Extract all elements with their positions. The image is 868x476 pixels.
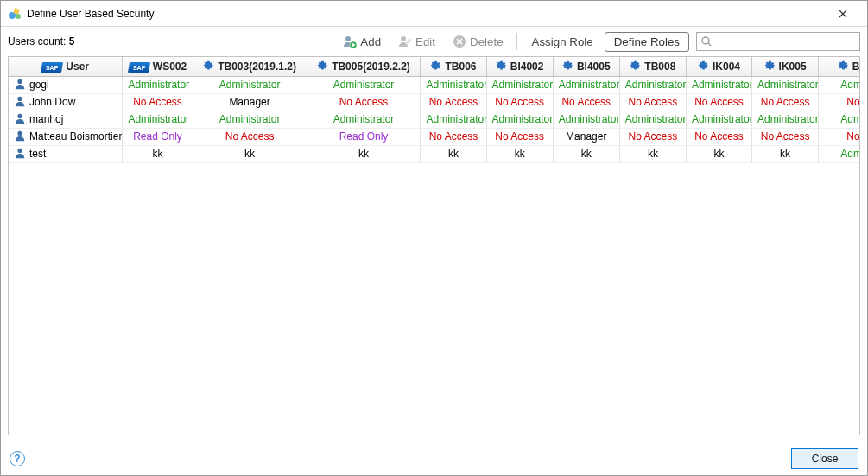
user-name: John Dow (29, 96, 75, 108)
role-cell[interactable]: Administrator (819, 76, 859, 93)
role-cell[interactable]: No Access (486, 93, 553, 111)
role-cell[interactable]: Administrator (193, 76, 307, 93)
role-cell[interactable]: Read Only (307, 128, 421, 145)
user-cell[interactable]: Matteau Boismortier (9, 128, 123, 145)
add-button[interactable]: Add (335, 31, 389, 52)
role-cell[interactable]: Administrator (686, 76, 751, 93)
role-cell[interactable]: kk (193, 145, 307, 162)
close-button[interactable]: Close (791, 448, 858, 469)
role-cell[interactable]: Administrator (752, 76, 819, 93)
column-header-bi4004a[interactable]: BI4004A01 (819, 57, 859, 76)
column-header-label: TB006 (445, 60, 476, 73)
role-cell[interactable]: Administrator (421, 111, 486, 128)
user-cell[interactable]: gogi (9, 76, 123, 93)
edit-button[interactable]: Edit (390, 31, 443, 52)
svg-point-10 (17, 113, 22, 117)
role-cell[interactable]: Administrator (553, 111, 619, 128)
role-cell[interactable]: Administrator (819, 145, 859, 162)
role-cell[interactable]: Read Only (123, 128, 193, 145)
role-cell[interactable]: kk (553, 145, 619, 162)
role-cell[interactable]: kk (307, 145, 421, 162)
column-header-ik005[interactable]: IK005 (752, 57, 819, 76)
gear-icon (430, 60, 441, 73)
role-cell[interactable]: No Access (553, 93, 619, 111)
help-button[interactable]: ? (10, 451, 25, 466)
role-cell[interactable]: Administrator (486, 111, 553, 128)
role-cell[interactable]: Administrator (193, 111, 307, 128)
grid-header-row: SAPUserSAPWS002TB003(2019.1.2)TB005(2019… (9, 57, 859, 76)
role-cell[interactable]: Administrator (123, 111, 193, 128)
role-cell[interactable]: No Access (619, 93, 686, 111)
role-cell[interactable]: kk (686, 145, 751, 162)
delete-button[interactable]: Delete (445, 31, 511, 52)
column-header-label: User (66, 60, 89, 73)
grid-scroll[interactable]: SAPUserSAPWS002TB003(2019.1.2)TB005(2019… (9, 57, 859, 435)
role-cell[interactable]: No Access (421, 128, 486, 145)
svg-point-7 (702, 37, 709, 44)
role-cell[interactable]: Administrator (619, 111, 686, 128)
role-cell[interactable]: No Access (819, 93, 859, 111)
table-row[interactable]: manhojAdministratorAdministratorAdminist… (9, 111, 859, 128)
role-cell[interactable]: No Access (421, 93, 486, 111)
role-cell[interactable]: Manager (193, 93, 307, 111)
column-header-user[interactable]: SAPUser (9, 57, 123, 76)
role-cell[interactable]: kk (123, 145, 193, 162)
role-cell[interactable]: Administrator (619, 76, 686, 93)
assign-role-button[interactable]: Assign Role (523, 32, 603, 52)
column-header-tb003[interactable]: TB003(2019.1.2) (193, 57, 307, 76)
role-cell[interactable]: Administrator (486, 76, 553, 93)
titlebar: Define User Based Security (1, 1, 867, 27)
role-cell[interactable]: No Access (752, 128, 819, 145)
role-cell[interactable]: No Access (193, 128, 307, 145)
add-button-label: Add (360, 35, 381, 48)
user-cell[interactable]: manhoj (9, 111, 123, 128)
column-header-tb006[interactable]: TB006 (421, 57, 486, 76)
gear-icon (562, 60, 573, 73)
column-header-bi4005[interactable]: BI4005 (553, 57, 619, 76)
svg-point-3 (345, 36, 351, 41)
role-cell[interactable]: No Access (819, 128, 859, 145)
role-cell[interactable]: Administrator (421, 76, 486, 93)
table-row[interactable]: Matteau BoismortierRead OnlyNo AccessRea… (9, 128, 859, 145)
role-cell[interactable]: No Access (752, 93, 819, 111)
role-cell[interactable]: Administrator (752, 111, 819, 128)
role-cell[interactable]: kk (486, 145, 553, 162)
column-header-ik004[interactable]: IK004 (686, 57, 751, 76)
role-cell[interactable]: No Access (686, 128, 751, 145)
window-close-button[interactable] (824, 2, 862, 26)
role-cell[interactable]: kk (421, 145, 486, 162)
role-cell[interactable]: Administrator (123, 76, 193, 93)
table-row[interactable]: testkkkkkkkkkkkkkkkkkkAdministrator (9, 145, 859, 162)
define-roles-label: Define Roles (614, 35, 680, 48)
user-cell[interactable]: John Dow (9, 93, 123, 111)
role-cell[interactable]: kk (752, 145, 819, 162)
table-row[interactable]: gogiAdministratorAdministratorAdministra… (9, 76, 859, 93)
role-cell[interactable]: No Access (123, 93, 193, 111)
user-cell[interactable]: test (9, 145, 123, 162)
table-row[interactable]: John DowNo AccessManagerNo AccessNo Acce… (9, 93, 859, 111)
role-cell[interactable]: Administrator (686, 111, 751, 128)
dialog-window: Define User Based Security Users count: … (0, 0, 868, 476)
column-header-tb008[interactable]: TB008 (619, 57, 686, 76)
search-input[interactable] (713, 35, 856, 48)
search-box[interactable] (696, 32, 860, 51)
role-cell[interactable]: kk (619, 145, 686, 162)
role-cell[interactable]: Administrator (307, 76, 421, 93)
role-cell[interactable]: Administrator (553, 76, 619, 93)
users-count-value: 5 (69, 35, 75, 48)
toolbar: Users count: 5 Add (1, 27, 867, 56)
assign-role-label: Assign Role (532, 35, 593, 48)
role-cell[interactable]: Administrator (819, 111, 859, 128)
define-roles-button[interactable]: Define Roles (605, 32, 689, 52)
role-cell[interactable]: No Access (686, 93, 751, 111)
role-cell[interactable]: Manager (553, 128, 619, 145)
role-cell[interactable]: No Access (619, 128, 686, 145)
role-cell[interactable]: No Access (486, 128, 553, 145)
column-header-label: TB005(2019.2.2) (332, 60, 410, 73)
sap-icon: SAP (41, 60, 62, 73)
column-header-tb005[interactable]: TB005(2019.2.2) (307, 57, 421, 76)
column-header-bi4002[interactable]: BI4002 (486, 57, 553, 76)
column-header-ws002[interactable]: SAPWS002 (123, 57, 193, 76)
role-cell[interactable]: Administrator (307, 111, 421, 128)
role-cell[interactable]: No Access (307, 93, 421, 111)
